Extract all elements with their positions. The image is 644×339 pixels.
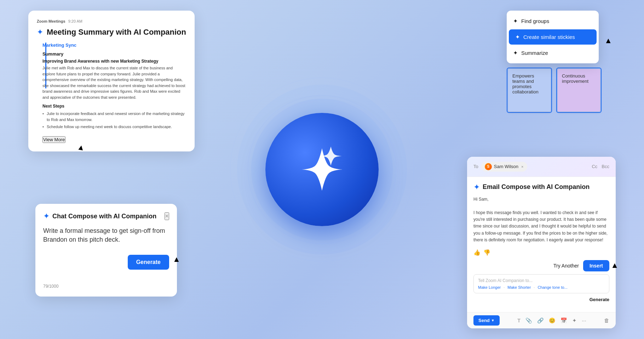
find-groups-icon: ✦ [513,18,518,24]
body-text: I hope this message finds you well. I wa… [473,210,608,242]
char-count: 79/1000 [43,284,169,289]
calendar-icon[interactable]: 📅 [560,317,567,324]
to-label: To [473,164,478,169]
chip-sep-2: · [534,285,535,289]
insert-button[interactable]: Insert [583,260,609,271]
meeting-body: Marketing Sync Summary Improving Brand A… [37,42,186,143]
input-placeholder: Tell Zoom AI Companion to... [478,278,605,283]
ai-footer-icon[interactable]: ✦ [572,317,577,324]
chip-sep-1: · [504,285,505,289]
context-menu: ✦ Find groups ✦ Create similar stickies … [507,11,599,63]
footer-icons: T 📎 🔗 😊 📅 ✦ ··· [517,317,586,324]
chat-ai-star-icon: ✦ [43,212,50,221]
find-groups-item[interactable]: ✦ Find groups [507,13,599,29]
chat-compose-card: ✦ Chat Compose with AI Companion × Write… [35,204,177,297]
chat-title-row: ✦ Chat Compose with AI Companion [43,212,156,221]
send-button[interactable]: Send ▼ [473,315,500,326]
suggestion-chips: Make Longer · Make Shorter · Change tone… [478,285,605,289]
orb-main [265,113,379,226]
make-shorter-chip[interactable]: Make Shorter [507,285,531,289]
change-tone-chip[interactable]: Change tone to... [537,285,567,289]
summary-label: Summary [42,51,186,57]
insert-cursor: ▲ [611,261,619,270]
menu-cursor: ▲ [604,36,612,45]
recipient-avatar: S [485,163,492,170]
sticky-note-1: Empowers teams and promotes collaboratio… [508,69,551,111]
summarize-icon: ✦ [513,50,518,56]
action-row: Try Another Insert [473,260,609,271]
sticky-selection-border-2: Continuous improvement [556,68,602,113]
stickies-container: Empowers teams and promotes collaboratio… [507,68,602,113]
email-title-row: ✦ Email Compose with AI Companion [473,183,609,192]
ai-star-icon: ✦ [37,28,43,37]
sticky-note-2: Continuous improvement [558,69,600,111]
emoji-icon[interactable]: 😊 [549,317,556,324]
summarize-label: Summarize [521,50,548,56]
email-compose-card: To S Sam Wilson × Cc Bcc ✦ Email Compose… [467,157,616,328]
meeting-card-title: Meeting Summary with AI Companion [47,28,186,37]
recipient-chip: S Sam Wilson × [481,162,527,172]
try-another-button[interactable]: Try Another [553,263,579,269]
generate-email-button[interactable]: Generate [473,297,609,302]
chat-cursor: ▲ [173,255,180,264]
app-name: Zoom Meetings [37,19,65,23]
link-icon[interactable]: 🔗 [537,317,544,324]
send-dropdown-icon: ▼ [491,318,495,322]
bullet-1: Julie to incorporate feedback and send n… [42,111,186,122]
recipient-name: Sam Wilson [494,164,518,169]
email-header: To S Sam Wilson × Cc Bcc [467,157,616,177]
create-similar-icon: ✦ [515,34,520,40]
sticky-note-1-text: Empowers teams and promotes collaboratio… [512,73,539,94]
greeting-text: Hi Sam, [473,197,489,202]
to-row: To S Sam Wilson × [473,162,527,172]
email-card-title: Email Compose with AI Companion [483,183,590,191]
trash-icon[interactable]: 🗑 [604,317,609,323]
summarize-item[interactable]: ✦ Summarize [507,45,599,61]
find-groups-label: Find groups [521,18,549,24]
meeting-title-row: ✦ Meeting Summary with AI Companion [37,28,186,37]
remove-recipient-icon[interactable]: × [521,165,523,169]
zoom-header: Zoom Meetings 9:20 AM [37,19,186,23]
email-body: ✦ Email Compose with AI Companion Hi Sam… [467,177,616,312]
meeting-summary-card: Zoom Meetings 9:20 AM ✦ Meeting Summary … [28,11,195,151]
stickies-area: ✦ Find groups ✦ Create similar stickies … [507,11,602,113]
cc-label[interactable]: Cc [592,164,597,169]
bullet-2: Schedule follow up meeting next week to … [42,124,186,130]
sticky-selection-border: Empowers teams and promotes collaboratio… [507,68,552,113]
recipient-initial: S [487,165,489,168]
thumbs-down-icon[interactable]: 👎 [483,249,490,256]
make-longer-chip[interactable]: Make Longer [478,285,501,289]
summary-text: Julie met with Rob and Max to discuss th… [42,65,186,100]
more-options-icon[interactable]: ··· [582,317,586,323]
create-similar-label: Create similar stickies [523,34,575,40]
subsection-title: Improving Brand Awareness with new Marke… [42,59,186,64]
close-button[interactable]: × [165,212,169,220]
header-time: 9:20 AM [68,19,82,23]
attachment-icon[interactable]: 📎 [525,317,532,324]
email-compose-input[interactable]: Tell Zoom AI Companion to... Make Longer… [473,274,609,293]
center-orb [265,113,379,226]
chat-compose-message: Write a formal message to get sign-off f… [43,226,169,248]
next-steps-label: Next Steps [42,104,186,109]
bcc-label[interactable]: Bcc [602,164,609,169]
ai-star-icon-center [297,145,347,194]
feedback-row: 👍 👎 [473,249,609,256]
chat-card-header: ✦ Chat Compose with AI Companion × [43,212,169,221]
cc-bcc-row: Cc Bcc [592,164,609,169]
create-similar-item[interactable]: ✦ Create similar stickies [509,29,597,45]
email-greeting: Hi Sam, I hope this message finds you we… [473,196,609,243]
generate-button[interactable]: Generate [128,255,169,270]
view-more-cursor: ▲ [76,142,86,153]
send-label: Send [478,318,490,323]
email-footer: Send ▼ T 📎 🔗 😊 📅 ✦ ··· 🗑 [467,312,616,328]
format-icon[interactable]: T [517,317,521,323]
email-ai-star-icon: ✦ [473,183,480,192]
thumbs-up-icon[interactable]: 👍 [473,249,481,256]
meeting-section-name: Marketing Sync [42,42,186,48]
chat-card-title: Chat Compose with AI Companion [52,213,156,220]
view-more-button[interactable]: View More [42,136,65,143]
sticky-note-2-text: Continuous improvement [562,73,588,84]
